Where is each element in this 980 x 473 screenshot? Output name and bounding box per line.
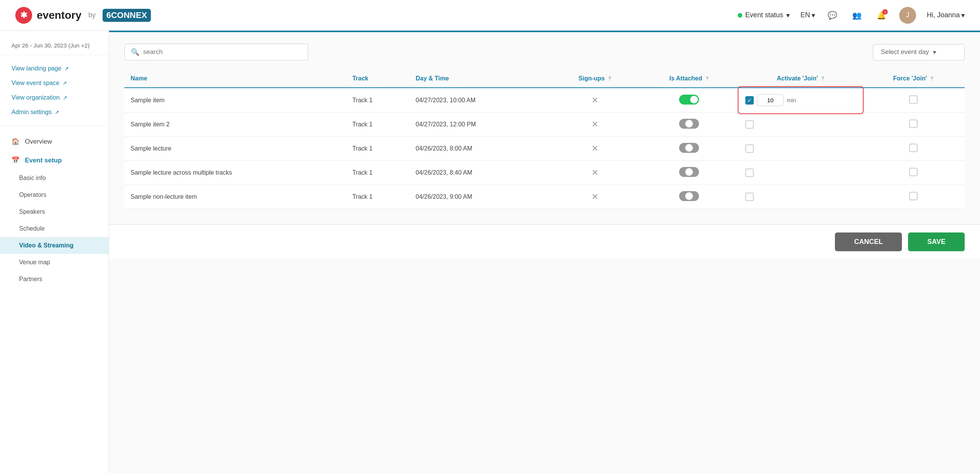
activate-join-help-icon[interactable]: ? bbox=[821, 75, 825, 82]
toggle-switch[interactable] bbox=[679, 143, 699, 153]
x-mark-icon: ✕ bbox=[591, 144, 598, 153]
home-icon: 🏠 bbox=[11, 137, 20, 146]
cell-activate-join[interactable] bbox=[739, 113, 862, 137]
sidebar-item-label: Event setup bbox=[25, 157, 62, 164]
sidebar-sub-video-streaming[interactable]: Video & Streaming bbox=[0, 237, 109, 254]
hi-user-label[interactable]: Hi, Joanna ▾ bbox=[927, 11, 965, 20]
cell-force-join[interactable] bbox=[862, 185, 965, 209]
cell-track: Track 1 bbox=[346, 161, 409, 185]
toggle-slider bbox=[679, 191, 699, 201]
force-join-checkbox[interactable] bbox=[909, 168, 918, 176]
activate-join-checkbox[interactable] bbox=[745, 120, 754, 129]
chevron-down-icon: ▾ bbox=[933, 48, 936, 56]
activate-join-checkbox[interactable] bbox=[745, 193, 754, 201]
sidebar-sub-basic-info[interactable]: Basic info bbox=[0, 170, 109, 187]
col-header-name: Name bbox=[124, 70, 346, 88]
toggle-switch[interactable] bbox=[679, 191, 699, 201]
lang-selector[interactable]: EN ▾ bbox=[800, 11, 815, 20]
cell-day-time: 04/27/2023, 12:00 PM bbox=[410, 113, 551, 137]
force-join-checkbox[interactable] bbox=[909, 144, 918, 152]
toggle-switch[interactable] bbox=[679, 119, 699, 129]
activate-join-cell bbox=[745, 193, 856, 201]
status-dot bbox=[738, 13, 742, 18]
cell-track: Track 1 bbox=[346, 185, 409, 209]
sidebar-sub-speakers[interactable]: Speakers bbox=[0, 203, 109, 220]
activate-join-checkbox[interactable] bbox=[745, 169, 754, 177]
cell-is-attached[interactable] bbox=[639, 88, 740, 113]
cell-activate-join[interactable] bbox=[739, 137, 862, 161]
table-row: Sample lectureTrack 104/26/2023, 8:00 AM… bbox=[124, 137, 965, 161]
toggle-switch[interactable] bbox=[679, 95, 699, 105]
chevron-down-icon: ▾ bbox=[786, 11, 790, 20]
activate-join-cell bbox=[745, 120, 856, 129]
cell-day-time: 04/26/2023, 8:00 AM bbox=[410, 137, 551, 161]
signups-help-icon[interactable]: ? bbox=[608, 75, 611, 82]
is-attached-help-icon[interactable]: ? bbox=[706, 75, 709, 82]
bottom-actions: CANCEL SAVE bbox=[109, 224, 980, 259]
cell-signups: ✕ bbox=[551, 88, 639, 113]
bell-icon[interactable]: 🔔 1 bbox=[875, 8, 889, 22]
sidebar-link-admin[interactable]: Admin settings ↗ bbox=[0, 105, 109, 119]
sidebar-section-event-setup: Basic info Operators Speakers Schedule V… bbox=[0, 170, 109, 288]
sidebar-item-label: Overview bbox=[25, 138, 52, 146]
force-join-checkbox[interactable] bbox=[909, 95, 918, 104]
search-input[interactable] bbox=[143, 48, 302, 56]
landing-link-label: View landing page bbox=[11, 65, 61, 72]
toggle-slider bbox=[679, 95, 699, 105]
sidebar-sub-schedule[interactable]: Schedule bbox=[0, 220, 109, 237]
cell-is-attached[interactable] bbox=[639, 161, 740, 185]
cell-activate-join[interactable]: ✓min bbox=[739, 88, 862, 113]
select-event-day[interactable]: Select event day ▾ bbox=[873, 44, 965, 61]
sidebar-date: Apr 26 - Jun 30, 2023 (Jun +2) bbox=[0, 38, 109, 55]
cancel-button[interactable]: CANCEL bbox=[835, 232, 902, 251]
cell-force-join[interactable] bbox=[862, 113, 965, 137]
x-mark-icon: ✕ bbox=[591, 192, 598, 201]
cell-activate-join[interactable] bbox=[739, 161, 862, 185]
toggle-switch[interactable] bbox=[679, 167, 699, 177]
sessions-table: Name Track Day & Time Sign-ups ? Is Atta… bbox=[124, 70, 965, 209]
event-status-button[interactable]: Event status ▾ bbox=[738, 11, 790, 20]
search-box[interactable]: 🔍 bbox=[124, 44, 308, 61]
sidebar-item-overview[interactable]: 🏠 Overview bbox=[0, 132, 109, 151]
force-join-help-icon[interactable]: ? bbox=[930, 75, 934, 82]
sidebar-item-event-setup[interactable]: 📅 Event setup bbox=[0, 151, 109, 170]
cell-name: Sample lecture bbox=[124, 137, 346, 161]
sidebar-sub-partners[interactable]: Partners bbox=[0, 271, 109, 288]
sidebar-link-event-space[interactable]: View event space ↗ bbox=[0, 76, 109, 90]
cell-signups: ✕ bbox=[551, 113, 639, 137]
sidebar-sub-operators[interactable]: Operators bbox=[0, 187, 109, 203]
navbar-right: Event status ▾ EN ▾ 💬 👥 🔔 1 J Hi, Joanna… bbox=[738, 7, 965, 24]
save-button[interactable]: SAVE bbox=[908, 232, 965, 251]
minutes-input[interactable] bbox=[757, 94, 784, 106]
activate-join-checkbox[interactable]: ✓ bbox=[745, 96, 754, 105]
cell-day-time: 04/26/2023, 8:40 AM bbox=[410, 161, 551, 185]
chat-icon[interactable]: 💬 bbox=[826, 8, 840, 22]
force-join-checkbox[interactable] bbox=[909, 119, 918, 128]
force-join-checkbox[interactable] bbox=[909, 192, 918, 200]
sidebar-link-organization[interactable]: View organization ↗ bbox=[0, 90, 109, 105]
cell-is-attached[interactable] bbox=[639, 185, 740, 209]
cell-is-attached[interactable] bbox=[639, 113, 740, 137]
sidebar-link-landing[interactable]: View landing page ↗ bbox=[0, 61, 109, 76]
cell-signups: ✕ bbox=[551, 137, 639, 161]
cell-activate-join[interactable] bbox=[739, 185, 862, 209]
users-icon[interactable]: 👥 bbox=[850, 8, 864, 22]
activate-join-checkbox[interactable] bbox=[745, 144, 754, 153]
x-mark-icon: ✕ bbox=[591, 95, 598, 105]
cell-is-attached[interactable] bbox=[639, 137, 740, 161]
cell-name: Sample item bbox=[124, 88, 346, 113]
col-header-signups: Sign-ups ? bbox=[551, 70, 639, 88]
col-header-force-join: Force 'Join' ? bbox=[862, 70, 965, 88]
chevron-down-icon: ▾ bbox=[812, 11, 815, 20]
table-area: 🔍 Select event day ▾ Name Track Day & Ti… bbox=[109, 44, 980, 224]
cell-force-join[interactable] bbox=[862, 161, 965, 185]
external-link-icon: ↗ bbox=[55, 109, 59, 115]
cell-force-join[interactable] bbox=[862, 137, 965, 161]
sidebar-sub-venue-map[interactable]: Venue map bbox=[0, 254, 109, 271]
logo-connex: 6CONNEX bbox=[103, 9, 151, 22]
cell-day-time: 04/26/2023, 9:00 AM bbox=[410, 185, 551, 209]
cell-name: Sample non-lecture item bbox=[124, 185, 346, 209]
external-link-icon: ↗ bbox=[64, 65, 69, 72]
avatar[interactable]: J bbox=[899, 7, 916, 24]
cell-force-join[interactable] bbox=[862, 88, 965, 113]
